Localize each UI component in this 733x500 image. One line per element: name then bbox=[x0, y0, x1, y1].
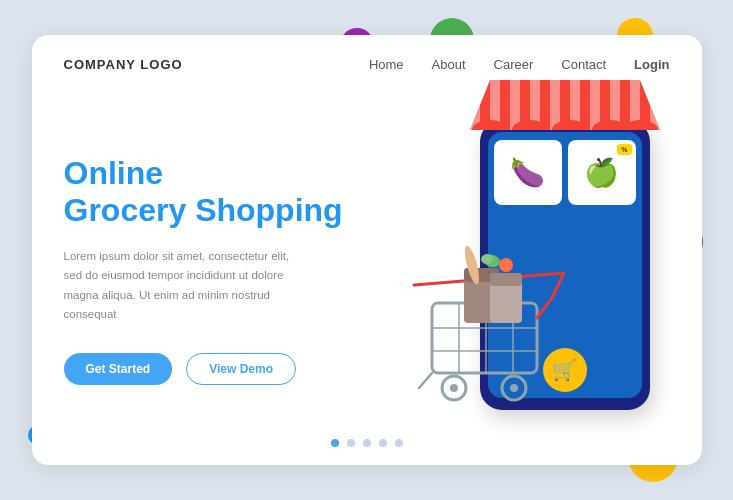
dot-5[interactable] bbox=[395, 439, 403, 447]
nav-home[interactable]: Home bbox=[369, 57, 404, 72]
hero-title: Online Grocery Shopping bbox=[64, 155, 364, 229]
company-logo: COMPANY LOGO bbox=[64, 57, 183, 72]
get-started-button[interactable]: Get Started bbox=[64, 353, 173, 385]
pagination-dots bbox=[331, 439, 403, 447]
svg-point-16 bbox=[450, 384, 458, 392]
hero-text: Online Grocery Shopping Lorem ipsum dolo… bbox=[64, 155, 364, 385]
hero-description: Lorem ipsum dolor sit amet, consectetur … bbox=[64, 247, 294, 325]
cart-svg bbox=[394, 243, 579, 408]
nav-contact[interactable]: Contact bbox=[561, 57, 606, 72]
discount-badge: % bbox=[617, 144, 631, 155]
hero-illustration: 🍆 🍏 % 🛒 bbox=[364, 100, 670, 440]
dot-1[interactable] bbox=[331, 439, 339, 447]
login-button[interactable]: Login bbox=[634, 57, 669, 72]
screen-item-eggplant: 🍆 bbox=[494, 140, 562, 205]
svg-rect-25 bbox=[490, 273, 522, 286]
hero-section: Online Grocery Shopping Lorem ipsum dolo… bbox=[32, 73, 702, 443]
nav-career[interactable]: Career bbox=[494, 57, 534, 72]
svg-point-26 bbox=[499, 258, 513, 272]
shopping-cart-illustration bbox=[394, 243, 579, 412]
hero-buttons: Get Started View Demo bbox=[64, 353, 364, 385]
view-demo-button[interactable]: View Demo bbox=[186, 353, 296, 385]
nav-links: Home About Career Contact Login bbox=[369, 55, 670, 73]
dot-4[interactable] bbox=[379, 439, 387, 447]
main-card: COMPANY LOGO Home About Career Contact L… bbox=[32, 35, 702, 465]
store-awning bbox=[470, 80, 660, 134]
screen-item-apple: 🍏 % bbox=[568, 140, 636, 205]
awning-svg bbox=[470, 80, 660, 130]
navbar: COMPANY LOGO Home About Career Contact L… bbox=[32, 35, 702, 73]
nav-about[interactable]: About bbox=[432, 57, 466, 72]
svg-point-18 bbox=[510, 384, 518, 392]
dot-3[interactable] bbox=[363, 439, 371, 447]
dot-2[interactable] bbox=[347, 439, 355, 447]
